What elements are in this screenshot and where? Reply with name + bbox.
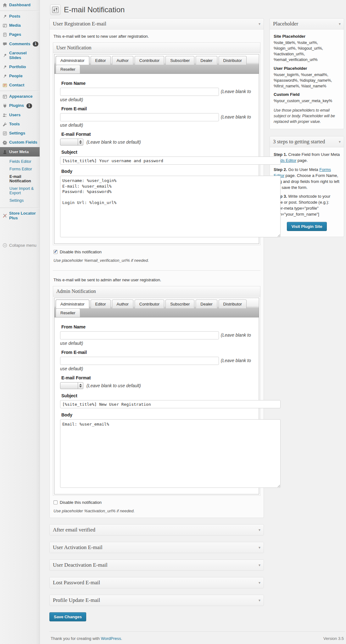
visit-plugin-row: Visit Plugin Site (274, 222, 340, 231)
sidebar-item-media[interactable]: Media (0, 21, 40, 30)
right-column: Placeholder ▾ Site Placeholder %site_tit… (270, 18, 344, 244)
from-name-input[interactable] (60, 331, 219, 339)
submenu-item-fields-editor[interactable]: Fields Editor (0, 158, 40, 165)
chevron-down-icon[interactable]: ▾ (259, 563, 260, 567)
footer-thanks-period: . (121, 636, 122, 641)
sidebar-item-pages[interactable]: Pages (0, 30, 40, 39)
sidebar-item-label: Comments (9, 42, 30, 47)
leave-blank-hint-2: use default) (60, 97, 253, 102)
role-tabs-nav: AdministratorEditorAuthorContributorSubs… (54, 54, 259, 74)
tools-icon (3, 122, 7, 127)
step-2: Step 2. Go to User Meta Forms Editor pag… (274, 167, 340, 190)
body-textarea[interactable] (60, 419, 281, 488)
role-tab-author[interactable]: Author (112, 300, 133, 308)
chevron-down-icon[interactable]: ▾ (259, 22, 260, 26)
sidebar-item-posts[interactable]: Posts (0, 12, 40, 21)
collapse-menu-button[interactable]: Collapse menu (0, 241, 40, 250)
subject-input[interactable] (60, 157, 281, 165)
role-tab-dealer[interactable]: Dealer (196, 300, 217, 308)
chevron-down-icon[interactable]: ▾ (259, 598, 260, 603)
leave-blank-hint-2: use default) (60, 341, 253, 346)
box-title: User Deactivation E-mail (53, 562, 108, 568)
sidebar-item-tools[interactable]: Tools (0, 120, 40, 129)
collapsed-box-header[interactable]: User Activation E-mail▾ (50, 542, 264, 553)
getting-started-content: Step 1. Create Field from User Meta Fiel… (270, 147, 344, 236)
role-tab-dealer[interactable]: Dealer (196, 56, 217, 65)
from-email-input[interactable] (60, 113, 219, 121)
appearance-icon (3, 94, 7, 99)
user-registration-email-header[interactable]: User Registration E-mail ▾ (50, 19, 264, 30)
sidebar-item-plugins[interactable]: Plugins1 (0, 101, 40, 111)
role-tab-editor[interactable]: Editor (91, 300, 111, 308)
email-format-select[interactable] (60, 382, 83, 389)
collapsed-boxes: After email verified▾User Activation E-m… (49, 524, 264, 606)
role-tab-contributor[interactable]: Contributor (135, 56, 164, 65)
collapsed-box-header[interactable]: User Deactivation E-mail▾ (50, 560, 264, 570)
sidebar-item-appearance[interactable]: Appearance (0, 92, 40, 101)
collapsed-box-user-deactivation-e-mail: User Deactivation E-mail▾ (49, 559, 264, 571)
sidebar-item-users[interactable]: Users (0, 111, 40, 120)
sidebar-item-user-meta[interactable]: User Meta (0, 147, 40, 157)
chevron-down-icon[interactable]: ▾ (259, 528, 260, 532)
body-textarea[interactable] (60, 176, 281, 237)
house-icon (3, 3, 7, 8)
sidebar-item-contact[interactable]: Contact (0, 81, 40, 90)
role-tab-distributor[interactable]: Distributor (219, 56, 247, 65)
sidebar-item-dashboard[interactable]: Dashboard (0, 1, 40, 10)
chevron-down-icon[interactable]: ▾ (259, 581, 260, 585)
from-name-label: From Name (61, 81, 253, 86)
collapsed-box-header[interactable]: After email verified▾ (50, 525, 264, 535)
role-tab-editor[interactable]: Editor (91, 56, 111, 65)
role-tab-administrator[interactable]: Administrator (56, 56, 89, 65)
sidebar-item-label: Tools (9, 122, 20, 127)
leave-blank-hint-full: (Leave blank to use default) (87, 383, 141, 388)
submenu-item-e-mail-notification[interactable]: E-mail Notification (0, 173, 40, 185)
save-changes-button[interactable]: Save Changes (49, 612, 86, 621)
sidebar-item-people[interactable]: People (0, 72, 40, 81)
disable-notification-row[interactable]: Disable this notification (53, 500, 261, 505)
role-tab-administrator[interactable]: Administrator (56, 300, 89, 308)
wordpress-link[interactable]: WordPress (101, 636, 121, 641)
sidebar-item-portfolio[interactable]: Portfolio (0, 63, 40, 72)
chevron-down-icon[interactable]: ▾ (339, 140, 341, 144)
role-tab-subscriber[interactable]: Subscriber (165, 300, 194, 308)
placeholder-box-header[interactable]: Placeholder ▾ (270, 19, 344, 30)
role-tab-author[interactable]: Author (112, 56, 133, 65)
role-tab-reseller[interactable]: Reseller (56, 308, 80, 317)
sidebar-item-settings[interactable]: Settings (0, 129, 40, 138)
sidebar-item-comments[interactable]: Comments1 (0, 39, 40, 49)
body-field: Body (60, 169, 253, 239)
submenu-item-settings[interactable]: Settings (0, 197, 40, 204)
submenu-item-user-import-export[interactable]: User Import & Export (0, 185, 40, 197)
user-meta-icon (3, 150, 7, 154)
count-badge: 1 (33, 41, 38, 47)
user-notification-editor-slot: User Notification AdministratorEditorAut… (52, 42, 261, 263)
sidebar-item-carousel-slides[interactable]: Carousel Slides (0, 49, 40, 63)
role-tab-subscriber[interactable]: Subscriber (165, 56, 194, 65)
select-stepper-icon (78, 383, 83, 389)
disable-notification-row[interactable]: Disable this notification (53, 250, 261, 254)
sidebar-item-store-locator-plus[interactable]: Store Locator Plus (0, 209, 40, 223)
collapsed-box-header[interactable]: Profile Update E-mail▾ (50, 595, 264, 606)
from-email-input[interactable] (60, 357, 219, 365)
chevron-down-icon[interactable]: ▾ (259, 545, 260, 550)
from-name-input[interactable] (60, 88, 219, 96)
collapsed-box-header[interactable]: Lost Password E-mail▾ (50, 577, 264, 588)
disable-notification-checkbox[interactable] (53, 500, 58, 504)
placeholder-box-content: Site Placeholder %site_title%, %site_url… (270, 30, 344, 129)
role-tab-distributor[interactable]: Distributor (219, 300, 247, 308)
role-tab-reseller[interactable]: Reseller (56, 65, 80, 74)
sidebar-item-label: Contact (9, 83, 24, 88)
subject-input[interactable] (60, 400, 281, 408)
getting-started-header[interactable]: 3 steps to getting started ▾ (270, 136, 344, 147)
visit-plugin-site-button[interactable]: Visit Plugin Site (287, 222, 326, 231)
submenu-item-forms-editor[interactable]: Forms Editor (0, 165, 40, 173)
role-tab-contributor[interactable]: Contributor (135, 300, 164, 308)
email-format-select[interactable] (60, 139, 83, 146)
collapsed-box-after-email-verified: After email verified▾ (49, 524, 264, 536)
chevron-down-icon[interactable]: ▾ (339, 22, 341, 26)
disable-notification-checkbox[interactable] (53, 250, 58, 254)
collapsed-box-profile-update-e-mail: Profile Update E-mail▾ (49, 595, 264, 606)
collapsed-box-user-activation-e-mail: User Activation E-mail▾ (49, 542, 264, 553)
sidebar-item-custom-fields[interactable]: Custom Fields (0, 138, 40, 147)
